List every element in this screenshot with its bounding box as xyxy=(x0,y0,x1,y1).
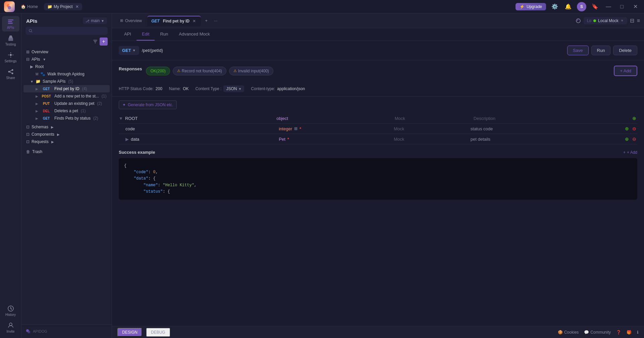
sidebar-share-label: Share xyxy=(6,76,15,80)
post-add-count: (1) xyxy=(102,94,107,98)
tree-put-update-pet[interactable]: ▶ PUT Update an existing pet (2) xyxy=(23,100,110,107)
file-sidebar: APIs ⎇ main ▼ + ⊞ xyxy=(21,13,112,338)
debug-button[interactable]: DEBUG xyxy=(146,328,170,337)
data-desc-col: pet details xyxy=(471,137,624,142)
sidebar-item-invite[interactable]: Invite xyxy=(2,320,19,335)
data-add-icon[interactable]: ⊕ xyxy=(624,136,630,142)
sidebar-item-settings[interactable]: Settings xyxy=(2,50,19,65)
sidebar-item-apis[interactable]: APIs xyxy=(2,16,19,31)
tree-components[interactable]: ⊡ Components ▶ xyxy=(23,131,110,138)
schemas-label: Schemas xyxy=(32,125,48,129)
bookmark-icon-btn[interactable]: 🔖 xyxy=(590,2,600,11)
upgrade-icon: ⚡ xyxy=(520,4,525,9)
tree-walk-through[interactable]: M 🐾 Walk through Apidog xyxy=(23,70,110,78)
tree-sample-apis[interactable]: ▼ 📁 Sample APIs (5) xyxy=(23,78,110,85)
api-icon xyxy=(7,18,14,25)
settings-icon-btn[interactable]: ⚙️ xyxy=(550,2,559,11)
tab-close-icon[interactable]: ✕ xyxy=(192,18,197,24)
root-mock-col: Mock xyxy=(395,116,474,121)
response-tab-404[interactable]: ⚠ Record not found(404) xyxy=(173,67,226,75)
generate-button[interactable]: ✦ Generate from JSON etc. xyxy=(119,100,177,109)
example-add-button[interactable]: + + Add xyxy=(623,150,637,155)
gift-button[interactable]: 🎁 xyxy=(627,330,632,335)
add-response-button[interactable]: + Add xyxy=(614,66,637,76)
tab-overview[interactable]: ⊞ Overview xyxy=(116,16,146,25)
response-tab-400[interactable]: ⚠ Invalid input(400) xyxy=(229,67,273,75)
branch-selector[interactable]: ⎇ main ▼ xyxy=(83,17,107,24)
content-type-header-value: application/json xyxy=(277,86,305,91)
filter-button[interactable] xyxy=(93,39,98,44)
svg-rect-4 xyxy=(8,21,12,22)
sidebar-item-history[interactable]: History xyxy=(2,303,19,319)
local-mock-button[interactable]: Lo Local Mock ▼ xyxy=(584,17,627,24)
info-button[interactable]: ℹ xyxy=(637,330,639,335)
delete-button[interactable]: Delete xyxy=(613,46,637,55)
data-remove-icon[interactable]: ⊖ xyxy=(631,136,637,142)
maximize-icon-btn[interactable]: □ xyxy=(617,2,627,11)
code-settings-icon[interactable]: ⊞ xyxy=(294,126,298,131)
design-button[interactable]: DESIGN xyxy=(117,328,142,337)
tree-post-add-pet[interactable]: ▶ POST Add a new pet to the st... (1) xyxy=(23,92,110,100)
sub-tab-advanced-mock[interactable]: Advanced Mock xyxy=(173,28,215,41)
tab-more-button[interactable]: ··· xyxy=(212,17,220,25)
content-type-header-label: Content-type: xyxy=(251,86,275,91)
code-add-icon[interactable]: ⊕ xyxy=(624,126,630,132)
data-expand-icon[interactable]: ▶ xyxy=(125,137,129,142)
menu-button[interactable]: ≡ xyxy=(637,18,640,24)
svg-point-15 xyxy=(29,29,32,31)
root-expand-icon[interactable]: ▼ xyxy=(119,116,123,121)
run-button[interactable]: Run xyxy=(591,46,611,55)
data-mock-label: Mock xyxy=(394,137,404,142)
project-close-icon[interactable]: ✕ xyxy=(75,4,79,9)
sidebar-item-testing[interactable]: Testing xyxy=(2,33,19,48)
tree-del-pet[interactable]: ▶ DEL Deletes a pet (1) xyxy=(23,107,110,115)
tab-find-pet[interactable]: GET Find pet by ID ✕ xyxy=(147,16,201,26)
tree-overview[interactable]: ⊞ Overview xyxy=(23,48,110,56)
data-name-col: ▶ data xyxy=(119,137,279,142)
code-name: code xyxy=(125,126,135,131)
root-name: ROOT xyxy=(125,116,138,121)
root-add-icon[interactable]: ⊕ xyxy=(631,115,637,121)
help-button[interactable]: ❓ xyxy=(616,330,621,335)
walk-through-emoji: 🐾 xyxy=(40,72,45,76)
sidebar-item-share[interactable]: Share xyxy=(2,66,19,82)
home-tab[interactable]: 🏠 Home xyxy=(17,3,41,10)
content-type-select[interactable]: JSON ▼ xyxy=(223,85,244,92)
name-value: OK xyxy=(183,86,189,91)
tree-requests[interactable]: ⊡ Requests ▶ xyxy=(23,138,110,145)
file-sidebar-title: APIs xyxy=(26,18,37,24)
top-bar: 🏠 Home 📁 My Project ✕ ⚡ Upgrade ⚙️ 🔔 S 🔖… xyxy=(0,0,644,13)
tree-get-finds-pets[interactable]: ▶ GET Finds Pets by status (2) xyxy=(23,115,110,122)
tab-bar-right: Lo Local Mock ▼ ⊟ ≡ xyxy=(576,17,640,24)
sub-tab-run[interactable]: Run xyxy=(155,28,173,41)
save-button[interactable]: Save xyxy=(567,46,589,55)
url-input[interactable] xyxy=(142,48,565,53)
sync-button[interactable] xyxy=(576,18,581,23)
search-input[interactable] xyxy=(35,28,104,33)
upgrade-button[interactable]: ⚡ Upgrade xyxy=(516,3,546,10)
sub-tab-api[interactable]: API xyxy=(119,28,137,41)
tab-add-button[interactable]: + xyxy=(202,17,210,25)
layout-toggle-button[interactable]: ⊟ xyxy=(630,17,634,24)
method-selector[interactable]: GET ▼ xyxy=(119,46,139,55)
tree-apis-folder[interactable]: ⊟ APIs ▼ xyxy=(23,56,110,63)
add-api-button[interactable]: + xyxy=(100,38,108,46)
notification-icon-btn[interactable]: 🔔 xyxy=(564,2,573,11)
sample-apis-label: Sample APIs xyxy=(43,79,66,84)
close-icon-btn[interactable]: ✕ xyxy=(631,2,640,11)
code-remove-icon[interactable]: ⊖ xyxy=(631,126,637,132)
response-tabs: OK(200) ⚠ Record not found(404) ⚠ Invali… xyxy=(146,67,273,75)
minimize-icon-btn[interactable]: — xyxy=(604,2,613,11)
tree-get-find-pet[interactable]: ▶ GET Find pet by ID (4) xyxy=(23,85,110,92)
root-desc-col: Description xyxy=(474,116,631,121)
project-tab[interactable]: 📁 My Project ✕ xyxy=(44,3,82,10)
avatar[interactable]: S xyxy=(577,2,586,11)
response-tab-200[interactable]: OK(200) xyxy=(146,67,170,75)
tree-trash[interactable]: 🗑 Trash xyxy=(23,148,110,155)
sub-tab-edit[interactable]: Edit xyxy=(137,28,155,41)
cookies-button[interactable]: 🍪 Cookies xyxy=(558,330,579,335)
community-button[interactable]: 💬 Community xyxy=(584,330,611,335)
tree-schemas[interactable]: ⊡ Schemas ▶ xyxy=(23,123,110,131)
sidebar-footer: APIDOG xyxy=(21,324,112,338)
tree-root[interactable]: ▶ Root xyxy=(23,63,110,70)
